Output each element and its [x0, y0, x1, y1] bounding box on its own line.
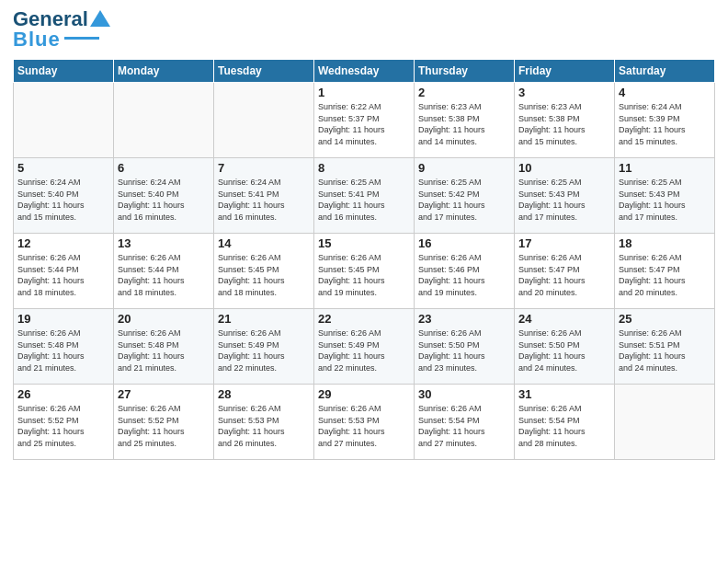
day-number: 18	[619, 236, 711, 250]
day-number: 9	[418, 161, 510, 175]
day-info: Sunrise: 6:26 AM Sunset: 5:47 PM Dayligh…	[518, 252, 610, 298]
calendar-cell: 18Sunrise: 6:26 AM Sunset: 5:47 PM Dayli…	[615, 234, 715, 309]
calendar-cell: 15Sunrise: 6:26 AM Sunset: 5:45 PM Dayli…	[314, 234, 415, 309]
day-number: 4	[619, 86, 711, 99]
day-info: Sunrise: 6:24 AM Sunset: 5:41 PM Dayligh…	[218, 177, 310, 223]
calendar-cell: 23Sunrise: 6:26 AM Sunset: 5:50 PM Dayli…	[415, 309, 515, 385]
col-saturday: Saturday	[615, 60, 715, 83]
calendar-week-row: 5Sunrise: 6:24 AM Sunset: 5:40 PM Daylig…	[14, 158, 715, 234]
calendar-cell: 27Sunrise: 6:26 AM Sunset: 5:52 PM Dayli…	[114, 385, 214, 460]
calendar-cell: 9Sunrise: 6:25 AM Sunset: 5:42 PM Daylig…	[415, 158, 515, 234]
day-info: Sunrise: 6:23 AM Sunset: 5:38 PM Dayligh…	[418, 101, 510, 147]
day-info: Sunrise: 6:26 AM Sunset: 5:53 PM Dayligh…	[318, 403, 410, 449]
calendar-cell: 2Sunrise: 6:23 AM Sunset: 5:38 PM Daylig…	[415, 83, 515, 158]
day-number: 15	[318, 236, 410, 250]
day-number: 8	[318, 161, 410, 175]
day-info: Sunrise: 6:23 AM Sunset: 5:38 PM Dayligh…	[518, 101, 610, 147]
day-number: 20	[118, 312, 210, 326]
day-number: 28	[218, 387, 310, 401]
day-info: Sunrise: 6:26 AM Sunset: 5:44 PM Dayligh…	[118, 252, 210, 298]
day-info: Sunrise: 6:26 AM Sunset: 5:44 PM Dayligh…	[17, 252, 109, 298]
calendar-cell: 13Sunrise: 6:26 AM Sunset: 5:44 PM Dayli…	[114, 234, 214, 309]
col-sunday: Sunday	[14, 60, 114, 83]
calendar-cell: 26Sunrise: 6:26 AM Sunset: 5:52 PM Dayli…	[14, 385, 114, 460]
calendar-cell: 3Sunrise: 6:23 AM Sunset: 5:38 PM Daylig…	[515, 83, 615, 158]
calendar-header-row: Sunday Monday Tuesday Wednesday Thursday…	[14, 60, 715, 83]
calendar-cell: 8Sunrise: 6:25 AM Sunset: 5:41 PM Daylig…	[314, 158, 415, 234]
day-info: Sunrise: 6:26 AM Sunset: 5:54 PM Dayligh…	[518, 403, 610, 449]
day-number: 2	[418, 86, 510, 99]
day-number: 7	[218, 161, 310, 175]
day-number: 29	[318, 387, 410, 401]
day-number: 6	[118, 161, 210, 175]
day-info: Sunrise: 6:25 AM Sunset: 5:43 PM Dayligh…	[518, 177, 610, 223]
day-number: 5	[17, 161, 109, 175]
calendar-cell	[14, 83, 114, 158]
calendar-cell: 1Sunrise: 6:22 AM Sunset: 5:37 PM Daylig…	[314, 83, 415, 158]
calendar-cell: 22Sunrise: 6:26 AM Sunset: 5:49 PM Dayli…	[314, 309, 415, 385]
day-number: 25	[619, 312, 711, 326]
logo-general: General	[13, 9, 88, 29]
day-info: Sunrise: 6:25 AM Sunset: 5:43 PM Dayligh…	[619, 177, 711, 223]
calendar-cell: 24Sunrise: 6:26 AM Sunset: 5:50 PM Dayli…	[515, 309, 615, 385]
day-number: 31	[518, 387, 610, 401]
day-number: 10	[518, 161, 610, 175]
day-number: 12	[17, 236, 109, 250]
day-info: Sunrise: 6:26 AM Sunset: 5:51 PM Dayligh…	[619, 327, 711, 373]
calendar-cell: 29Sunrise: 6:26 AM Sunset: 5:53 PM Dayli…	[314, 385, 415, 460]
day-number: 24	[518, 312, 610, 326]
day-number: 22	[318, 312, 410, 326]
day-number: 30	[418, 387, 510, 401]
calendar-cell: 31Sunrise: 6:26 AM Sunset: 5:54 PM Dayli…	[515, 385, 615, 460]
day-info: Sunrise: 6:26 AM Sunset: 5:50 PM Dayligh…	[418, 327, 510, 373]
calendar-cell: 30Sunrise: 6:26 AM Sunset: 5:54 PM Dayli…	[415, 385, 515, 460]
day-info: Sunrise: 6:26 AM Sunset: 5:50 PM Dayligh…	[518, 327, 610, 373]
day-number: 27	[118, 387, 210, 401]
logo-triangle-icon	[90, 10, 110, 29]
day-info: Sunrise: 6:26 AM Sunset: 5:47 PM Dayligh…	[619, 252, 711, 298]
day-number: 14	[218, 236, 310, 250]
day-info: Sunrise: 6:26 AM Sunset: 5:48 PM Dayligh…	[17, 327, 109, 373]
calendar-cell: 21Sunrise: 6:26 AM Sunset: 5:49 PM Dayli…	[214, 309, 314, 385]
calendar: Sunday Monday Tuesday Wednesday Thursday…	[13, 59, 715, 460]
col-tuesday: Tuesday	[214, 60, 314, 83]
day-number: 16	[418, 236, 510, 250]
col-wednesday: Wednesday	[314, 60, 415, 83]
calendar-cell: 7Sunrise: 6:24 AM Sunset: 5:41 PM Daylig…	[214, 158, 314, 234]
logo: General Blue	[13, 9, 110, 52]
day-info: Sunrise: 6:25 AM Sunset: 5:41 PM Dayligh…	[318, 177, 410, 223]
calendar-cell: 28Sunrise: 6:26 AM Sunset: 5:53 PM Dayli…	[214, 385, 314, 460]
calendar-cell: 16Sunrise: 6:26 AM Sunset: 5:46 PM Dayli…	[415, 234, 515, 309]
day-number: 17	[518, 236, 610, 250]
day-number: 1	[318, 86, 410, 99]
calendar-week-row: 1Sunrise: 6:22 AM Sunset: 5:37 PM Daylig…	[14, 83, 715, 158]
day-info: Sunrise: 6:26 AM Sunset: 5:52 PM Dayligh…	[17, 403, 109, 449]
logo-blue: Blue	[13, 28, 61, 52]
col-friday: Friday	[515, 60, 615, 83]
page: General Blue Sunday Monday Tuesday Wedne…	[0, 0, 728, 563]
day-info: Sunrise: 6:26 AM Sunset: 5:53 PM Dayligh…	[218, 403, 310, 449]
day-info: Sunrise: 6:26 AM Sunset: 5:46 PM Dayligh…	[418, 252, 510, 298]
calendar-cell: 12Sunrise: 6:26 AM Sunset: 5:44 PM Dayli…	[14, 234, 114, 309]
calendar-week-row: 26Sunrise: 6:26 AM Sunset: 5:52 PM Dayli…	[14, 385, 715, 460]
header: General Blue	[13, 9, 715, 52]
calendar-week-row: 19Sunrise: 6:26 AM Sunset: 5:48 PM Dayli…	[14, 309, 715, 385]
day-info: Sunrise: 6:24 AM Sunset: 5:40 PM Dayligh…	[17, 177, 109, 223]
calendar-cell: 5Sunrise: 6:24 AM Sunset: 5:40 PM Daylig…	[14, 158, 114, 234]
calendar-cell	[615, 385, 715, 460]
calendar-body: 1Sunrise: 6:22 AM Sunset: 5:37 PM Daylig…	[14, 83, 715, 460]
day-info: Sunrise: 6:24 AM Sunset: 5:40 PM Dayligh…	[118, 177, 210, 223]
calendar-week-row: 12Sunrise: 6:26 AM Sunset: 5:44 PM Dayli…	[14, 234, 715, 309]
logo-underline	[64, 37, 99, 40]
day-info: Sunrise: 6:22 AM Sunset: 5:37 PM Dayligh…	[318, 101, 410, 147]
day-info: Sunrise: 6:26 AM Sunset: 5:49 PM Dayligh…	[218, 327, 310, 373]
day-number: 23	[418, 312, 510, 326]
calendar-cell	[214, 83, 314, 158]
day-info: Sunrise: 6:26 AM Sunset: 5:48 PM Dayligh…	[118, 327, 210, 373]
day-info: Sunrise: 6:25 AM Sunset: 5:42 PM Dayligh…	[418, 177, 510, 223]
day-number: 3	[518, 86, 610, 99]
day-info: Sunrise: 6:26 AM Sunset: 5:52 PM Dayligh…	[118, 403, 210, 449]
calendar-cell: 25Sunrise: 6:26 AM Sunset: 5:51 PM Dayli…	[615, 309, 715, 385]
day-number: 21	[218, 312, 310, 326]
day-info: Sunrise: 6:24 AM Sunset: 5:39 PM Dayligh…	[619, 101, 711, 147]
